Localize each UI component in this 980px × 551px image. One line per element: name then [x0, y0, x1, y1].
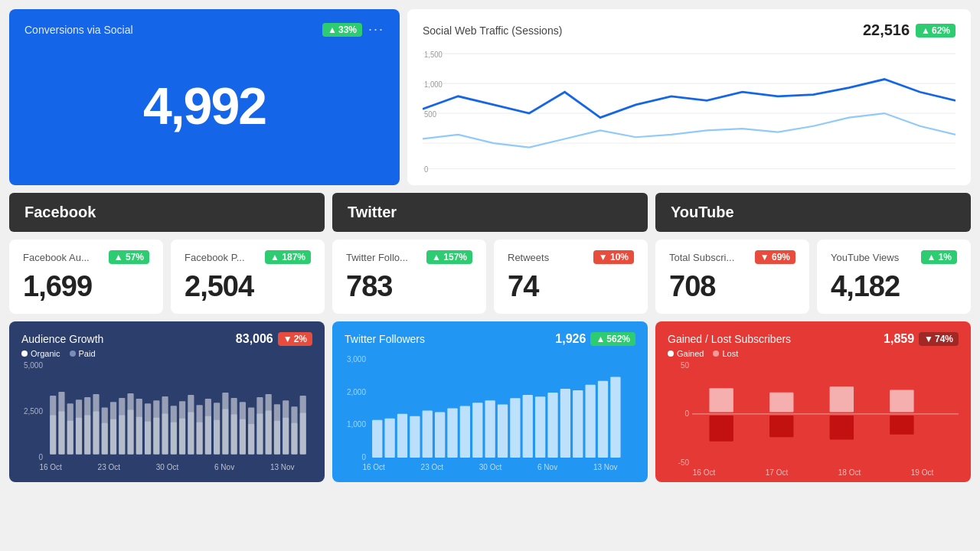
svg-rect-45	[136, 417, 142, 455]
svg-rect-59	[197, 422, 203, 455]
conversions-card: Conversions via Social ▲ 33% ··· 4,992	[9, 9, 400, 185]
svg-rect-85	[384, 419, 394, 458]
svg-rect-57	[188, 412, 194, 455]
metric-name-3: Retweets	[508, 252, 549, 263]
section-youtube: YouTube	[655, 193, 971, 232]
svg-rect-97	[535, 396, 545, 458]
svg-rect-95	[510, 398, 520, 458]
row-4-charts: Audience Growth 83,006 ▼ 2% Organic Paid	[9, 321, 971, 482]
svg-text:500: 500	[424, 109, 436, 118]
svg-rect-105	[709, 388, 733, 412]
subscribers-chart: 50 0 -50	[668, 361, 959, 467]
svg-rect-67	[231, 415, 237, 455]
traffic-line-chart: 1,500 1,000 500 0 16 Oct 18 Oct 20 Oct 2…	[423, 45, 956, 173]
conversions-value: 4,992	[24, 37, 384, 173]
metric-name-0: Facebook Au...	[23, 252, 90, 263]
svg-rect-81	[291, 423, 297, 455]
svg-rect-27	[58, 412, 64, 455]
metric-value-2: 783	[346, 270, 472, 303]
section-facebook: Facebook	[9, 193, 325, 232]
organic-dot	[21, 350, 28, 357]
subscribers-value: 1,859	[884, 332, 914, 346]
audience-growth-y-axis: 5,000 2,500 0	[21, 361, 46, 461]
traffic-chart-area: 1,500 1,000 500 0 16 Oct 18 Oct 20 Oct 2…	[423, 45, 956, 173]
svg-rect-61	[205, 416, 211, 455]
legend-lost: Lost	[713, 349, 738, 358]
row-1: Conversions via Social ▲ 33% ··· 4,992 S…	[9, 9, 971, 185]
svg-rect-39	[110, 419, 116, 455]
svg-text:1,500: 1,500	[424, 50, 443, 58]
svg-rect-77	[274, 421, 280, 455]
svg-rect-111	[890, 390, 913, 412]
metric-name-2: Twitter Follo...	[346, 252, 408, 263]
paid-dot	[70, 350, 76, 357]
svg-rect-90	[447, 409, 457, 458]
metric-card-3: Retweets ▼ 10% 74	[494, 240, 648, 314]
svg-rect-55	[179, 419, 185, 455]
svg-rect-69	[240, 419, 246, 455]
metric-badge-3: ▼ 10%	[593, 250, 634, 264]
metric-header-0: Facebook Au... ▲ 57%	[23, 250, 149, 264]
audience-growth-svg-area	[46, 361, 312, 461]
svg-rect-99	[560, 389, 570, 458]
row-3-metrics: Facebook Au... ▲ 57% 1,699 Facebook P...…	[9, 240, 971, 314]
svg-rect-35	[93, 412, 99, 455]
twitter-followers-chart: 3,000 2,000 1,000 0	[345, 355, 635, 461]
row-2-sections: Facebook Twitter YouTube	[9, 193, 971, 232]
svg-rect-101	[585, 385, 595, 458]
legend-organic: Organic	[21, 349, 60, 358]
svg-rect-83	[300, 413, 306, 455]
svg-rect-110	[830, 416, 854, 439]
metric-header-5: YouTube Views ▲ 1%	[831, 250, 957, 264]
svg-rect-25	[50, 416, 56, 455]
metric-name-5: YouTube Views	[831, 252, 899, 263]
svg-rect-75	[266, 410, 272, 454]
metric-name-1: Facebook P...	[185, 252, 245, 263]
metric-badge-1: ▲ 187%	[265, 250, 311, 264]
svg-rect-93	[485, 400, 495, 458]
audience-growth-value: 83,006	[236, 332, 273, 346]
svg-rect-98	[547, 393, 557, 458]
metric-card-4: Total Subscri... ▼ 69% 708	[655, 240, 809, 314]
svg-rect-103	[610, 377, 620, 458]
subscribers-x-labels: 16 Oct 17 Oct 18 Oct 19 Oct	[668, 468, 959, 477]
svg-rect-31	[76, 418, 82, 455]
svg-rect-79	[283, 418, 289, 455]
svg-rect-100	[573, 390, 583, 458]
svg-rect-49	[153, 418, 159, 455]
svg-rect-37	[102, 423, 108, 455]
subscribers-badge: ▼ 74%	[919, 332, 959, 346]
svg-rect-102	[598, 381, 608, 458]
metric-card-0: Facebook Au... ▲ 57% 1,699	[9, 240, 163, 314]
svg-rect-65	[222, 409, 228, 454]
audience-growth-card: Audience Growth 83,006 ▼ 2% Organic Paid	[9, 321, 325, 482]
svg-rect-71	[248, 424, 254, 455]
metric-card-1: Facebook P... ▲ 187% 2,504	[171, 240, 325, 314]
svg-rect-29	[67, 421, 74, 455]
traffic-card: Social Web Traffic (Sessions) 22,516 ▲ 6…	[407, 9, 971, 185]
svg-rect-112	[890, 416, 913, 435]
conversions-badge-arrow: ▲	[328, 24, 337, 35]
svg-rect-88	[423, 411, 433, 458]
svg-rect-86	[397, 414, 407, 458]
metric-card-5: YouTube Views ▲ 1% 4,182	[817, 240, 971, 314]
twitter-followers-badge: ▲ 562%	[590, 332, 635, 346]
svg-rect-87	[410, 416, 420, 458]
svg-text:1,000: 1,000	[424, 80, 443, 88]
svg-text:0: 0	[424, 165, 429, 173]
audience-growth-chart-inner: 5,000 2,500 0	[21, 361, 312, 461]
svg-rect-96	[523, 395, 533, 458]
metric-value-1: 2,504	[185, 270, 311, 303]
more-options-button[interactable]: ···	[368, 21, 384, 37]
subscribers-bars	[692, 361, 959, 467]
metric-value-4: 708	[669, 270, 795, 303]
svg-rect-63	[214, 420, 220, 455]
metric-header-1: Facebook P... ▲ 187%	[185, 250, 311, 264]
svg-rect-73	[256, 414, 263, 455]
traffic-title: Social Web Traffic (Sessions)	[423, 24, 562, 37]
conversions-title: Conversions via Social	[24, 24, 133, 36]
subscribers-y-axis: 50 0 -50	[668, 361, 692, 467]
metric-badge-2: ▲ 157%	[426, 250, 472, 264]
audience-growth-title: Audience Growth	[21, 333, 103, 345]
twitter-followers-value: 1,926	[555, 332, 586, 346]
